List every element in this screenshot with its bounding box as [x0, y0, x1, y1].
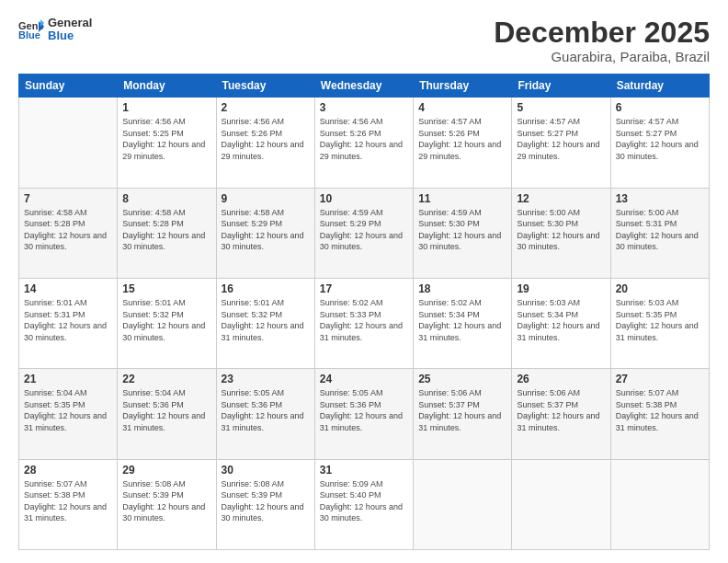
day-info: Sunrise: 4:57 AMSunset: 5:27 PMDaylight:…	[616, 116, 704, 162]
calendar-header-row: Sunday Monday Tuesday Wednesday Thursday…	[19, 75, 710, 98]
day-info: Sunrise: 5:03 AMSunset: 5:34 PMDaylight:…	[517, 297, 605, 343]
day-number: 1	[122, 101, 210, 114]
table-row: 15Sunrise: 5:01 AMSunset: 5:32 PMDayligh…	[118, 278, 216, 368]
day-number: 25	[418, 373, 506, 385]
logo-icon: General Blue	[18, 19, 44, 40]
table-row: 10Sunrise: 4:59 AMSunset: 5:29 PMDayligh…	[314, 188, 413, 278]
day-info: Sunrise: 5:04 AMSunset: 5:35 PMDaylight:…	[24, 387, 112, 433]
day-info: Sunrise: 5:07 AMSunset: 5:38 PMDaylight:…	[24, 478, 112, 524]
header-sunday: Sunday	[19, 75, 118, 98]
day-number: 23	[222, 373, 310, 385]
day-info: Sunrise: 5:06 AMSunset: 5:37 PMDaylight:…	[418, 387, 506, 433]
table-row: 25Sunrise: 5:06 AMSunset: 5:37 PMDayligh…	[414, 369, 512, 459]
day-number: 5	[517, 101, 605, 114]
table-row: 6Sunrise: 4:57 AMSunset: 5:27 PMDaylight…	[610, 98, 709, 188]
day-info: Sunrise: 4:59 AMSunset: 5:29 PMDaylight:…	[320, 207, 408, 253]
logo: General Blue General Blue	[18, 17, 92, 43]
day-info: Sunrise: 5:05 AMSunset: 5:36 PMDaylight:…	[222, 387, 310, 433]
day-number: 8	[122, 192, 210, 205]
day-info: Sunrise: 5:04 AMSunset: 5:36 PMDaylight:…	[122, 387, 210, 433]
header-wednesday: Wednesday	[314, 75, 413, 98]
month-title: December 2025	[494, 17, 710, 49]
table-row: 26Sunrise: 5:06 AMSunset: 5:37 PMDayligh…	[512, 369, 610, 459]
day-info: Sunrise: 5:01 AMSunset: 5:32 PMDaylight:…	[122, 297, 210, 343]
table-row	[512, 459, 610, 549]
title-block: December 2025 Guarabira, Paraiba, Brazil	[494, 17, 710, 64]
day-number: 15	[122, 282, 210, 295]
table-row: 1Sunrise: 4:56 AMSunset: 5:25 PMDaylight…	[118, 98, 216, 188]
day-number: 27	[616, 373, 704, 385]
table-row	[414, 459, 512, 549]
day-info: Sunrise: 5:08 AMSunset: 5:39 PMDaylight:…	[122, 478, 210, 524]
table-row: 5Sunrise: 4:57 AMSunset: 5:27 PMDaylight…	[512, 98, 610, 188]
table-row: 23Sunrise: 5:05 AMSunset: 5:36 PMDayligh…	[216, 369, 314, 459]
location-subtitle: Guarabira, Paraiba, Brazil	[494, 49, 710, 64]
table-row: 16Sunrise: 5:01 AMSunset: 5:32 PMDayligh…	[216, 278, 314, 368]
header-tuesday: Tuesday	[216, 75, 314, 98]
day-info: Sunrise: 5:06 AMSunset: 5:37 PMDaylight:…	[517, 387, 605, 433]
table-row: 7Sunrise: 4:58 AMSunset: 5:28 PMDaylight…	[19, 188, 118, 278]
table-row: 14Sunrise: 5:01 AMSunset: 5:31 PMDayligh…	[19, 278, 118, 368]
table-row: 20Sunrise: 5:03 AMSunset: 5:35 PMDayligh…	[610, 278, 709, 368]
table-row: 3Sunrise: 4:56 AMSunset: 5:26 PMDaylight…	[314, 98, 413, 188]
table-row	[610, 459, 709, 549]
day-info: Sunrise: 5:05 AMSunset: 5:36 PMDaylight:…	[320, 387, 408, 433]
day-info: Sunrise: 5:01 AMSunset: 5:32 PMDaylight:…	[222, 297, 310, 343]
day-info: Sunrise: 4:58 AMSunset: 5:29 PMDaylight:…	[222, 207, 310, 253]
table-row: 17Sunrise: 5:02 AMSunset: 5:33 PMDayligh…	[314, 278, 413, 368]
table-row: 13Sunrise: 5:00 AMSunset: 5:31 PMDayligh…	[610, 188, 709, 278]
table-row: 21Sunrise: 5:04 AMSunset: 5:35 PMDayligh…	[19, 369, 118, 459]
day-info: Sunrise: 4:59 AMSunset: 5:30 PMDaylight:…	[418, 207, 506, 253]
table-row: 24Sunrise: 5:05 AMSunset: 5:36 PMDayligh…	[314, 369, 413, 459]
table-row: 8Sunrise: 4:58 AMSunset: 5:28 PMDaylight…	[118, 188, 216, 278]
header-monday: Monday	[118, 75, 216, 98]
header-friday: Friday	[512, 75, 610, 98]
day-number: 2	[222, 101, 310, 114]
page: General Blue General Blue December 2025 …	[0, 0, 728, 563]
day-info: Sunrise: 4:57 AMSunset: 5:26 PMDaylight:…	[418, 116, 506, 162]
day-number: 19	[517, 282, 605, 295]
table-row: 2Sunrise: 4:56 AMSunset: 5:26 PMDaylight…	[216, 98, 314, 188]
day-number: 6	[616, 101, 704, 114]
day-info: Sunrise: 4:56 AMSunset: 5:26 PMDaylight:…	[320, 116, 408, 162]
day-number: 24	[320, 373, 408, 385]
header-saturday: Saturday	[610, 75, 709, 98]
day-number: 16	[222, 282, 310, 295]
logo-text-blue: Blue	[48, 29, 92, 42]
day-info: Sunrise: 5:02 AMSunset: 5:34 PMDaylight:…	[418, 297, 506, 343]
day-number: 14	[24, 282, 112, 295]
day-info: Sunrise: 5:07 AMSunset: 5:38 PMDaylight:…	[616, 387, 704, 433]
day-number: 7	[24, 192, 112, 205]
day-info: Sunrise: 4:58 AMSunset: 5:28 PMDaylight:…	[122, 207, 210, 253]
day-number: 9	[222, 192, 310, 205]
day-info: Sunrise: 5:01 AMSunset: 5:31 PMDaylight:…	[24, 297, 112, 343]
day-number: 12	[517, 192, 605, 205]
table-row: 30Sunrise: 5:08 AMSunset: 5:39 PMDayligh…	[216, 459, 314, 549]
day-info: Sunrise: 5:00 AMSunset: 5:31 PMDaylight:…	[616, 207, 704, 253]
day-number: 21	[24, 373, 112, 385]
table-row: 31Sunrise: 5:09 AMSunset: 5:40 PMDayligh…	[314, 459, 413, 549]
table-row: 11Sunrise: 4:59 AMSunset: 5:30 PMDayligh…	[414, 188, 512, 278]
svg-text:Blue: Blue	[18, 29, 40, 40]
day-info: Sunrise: 5:08 AMSunset: 5:39 PMDaylight:…	[222, 478, 310, 524]
day-info: Sunrise: 5:00 AMSunset: 5:30 PMDaylight:…	[517, 207, 605, 253]
table-row: 28Sunrise: 5:07 AMSunset: 5:38 PMDayligh…	[19, 459, 118, 549]
day-number: 10	[320, 192, 408, 205]
header-thursday: Thursday	[414, 75, 512, 98]
day-number: 3	[320, 101, 408, 114]
day-number: 22	[122, 373, 210, 385]
day-number: 17	[320, 282, 408, 295]
day-number: 20	[616, 282, 704, 295]
table-row: 22Sunrise: 5:04 AMSunset: 5:36 PMDayligh…	[118, 369, 216, 459]
table-row: 29Sunrise: 5:08 AMSunset: 5:39 PMDayligh…	[118, 459, 216, 549]
day-number: 28	[24, 464, 112, 477]
day-info: Sunrise: 4:56 AMSunset: 5:25 PMDaylight:…	[122, 116, 210, 162]
day-info: Sunrise: 5:03 AMSunset: 5:35 PMDaylight:…	[616, 297, 704, 343]
header: General Blue General Blue December 2025 …	[18, 17, 710, 64]
day-number: 4	[418, 101, 506, 114]
day-number: 13	[616, 192, 704, 205]
day-info: Sunrise: 5:02 AMSunset: 5:33 PMDaylight:…	[320, 297, 408, 343]
day-number: 18	[418, 282, 506, 295]
day-info: Sunrise: 4:58 AMSunset: 5:28 PMDaylight:…	[24, 207, 112, 253]
table-row: 19Sunrise: 5:03 AMSunset: 5:34 PMDayligh…	[512, 278, 610, 368]
